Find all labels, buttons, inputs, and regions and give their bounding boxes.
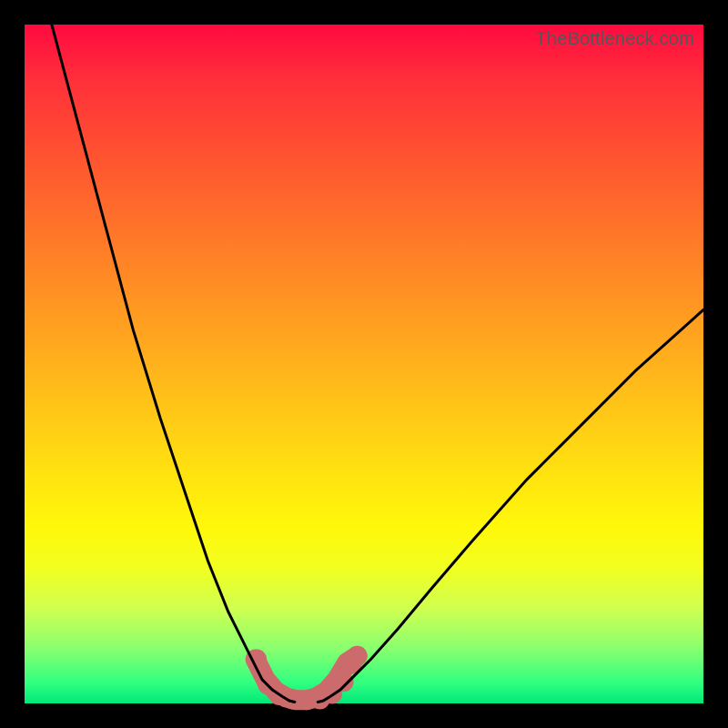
valley-markers (247, 646, 367, 710)
plot-area: TheBottleneck.com (25, 25, 703, 703)
right-curve (318, 309, 703, 702)
marker-dot (334, 672, 354, 692)
bottleneck-curves (52, 25, 703, 703)
chart-svg (25, 25, 703, 703)
chart-frame: TheBottleneck.com (0, 0, 728, 728)
left-curve (52, 25, 295, 703)
marker-dot (348, 646, 368, 666)
